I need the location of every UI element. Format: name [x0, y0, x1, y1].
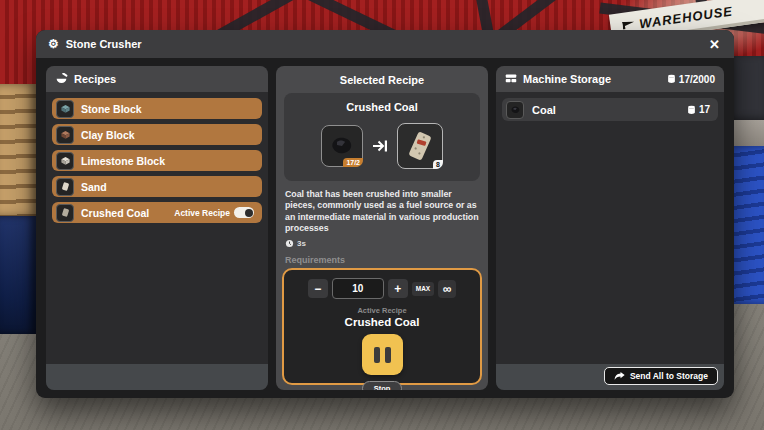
- storage-header: Machine Storage 17/2000: [496, 66, 724, 92]
- recipes-icon: [55, 73, 68, 86]
- active-recipe-caption: Active Recipe: [284, 306, 480, 315]
- recipe-label: Crushed Coal: [81, 207, 149, 219]
- recipe-description: Coal that has been crushed into smaller …: [285, 189, 479, 234]
- active-recipe-name: Crushed Coal: [284, 316, 480, 328]
- recipes-header: Recipes: [46, 66, 268, 92]
- storage-item-name: Coal: [532, 104, 556, 116]
- storage-header-label: Machine Storage: [523, 73, 611, 85]
- requirements-label: Requirements: [285, 255, 479, 265]
- quantity-infinite-button[interactable]: ∞: [438, 280, 456, 298]
- recipe-row-limestone-block[interactable]: Limestone Block: [52, 150, 262, 171]
- dialog-titlebar: ⚙ Stone Crusher ✕: [36, 30, 734, 58]
- pause-button[interactable]: [362, 334, 403, 375]
- storage-item-count: 17: [699, 104, 710, 115]
- send-all-to-storage-button[interactable]: Send All to Storage: [604, 367, 718, 385]
- stack-icon: [687, 105, 696, 115]
- stone-block-icon: [56, 100, 74, 118]
- selected-recipe-panel: Selected Recipe Crushed Coal 17/2: [276, 66, 488, 390]
- gear-icon: ⚙: [48, 38, 59, 50]
- output-item-slot[interactable]: 8: [397, 123, 443, 169]
- active-recipe-toggle[interactable]: [234, 207, 254, 218]
- recipe-label: Clay Block: [81, 129, 135, 141]
- recipe-card-title: Crushed Coal: [284, 101, 480, 113]
- quantity-decrease-button[interactable]: −: [308, 279, 328, 298]
- active-recipe-label: Active Recipe: [174, 208, 230, 218]
- recipes-header-label: Recipes: [74, 73, 116, 85]
- quantity-input[interactable]: [332, 278, 384, 299]
- stack-icon: [667, 74, 676, 84]
- input-item-slot[interactable]: 17/2: [321, 125, 363, 167]
- input-quantity-badge: 17/2: [343, 158, 363, 167]
- send-all-label: Send All to Storage: [630, 371, 708, 381]
- craft-time: 3s: [297, 239, 306, 248]
- recipes-panel-footer: [46, 364, 268, 390]
- recipe-card: Crushed Coal 17/2: [284, 93, 480, 181]
- coal-item-icon: [506, 101, 524, 119]
- pause-icon: [385, 347, 391, 363]
- active-recipe-card: − + MAX ∞ Active Recipe Crushed Coal Sto…: [282, 268, 482, 385]
- output-quantity-badge: 8: [433, 160, 443, 169]
- crushed-coal-bag-icon: [56, 204, 74, 222]
- selected-recipe-header: Selected Recipe: [276, 74, 488, 86]
- storage-capacity: 17/2000: [679, 74, 715, 85]
- stone-crusher-dialog: ⚙ Stone Crusher ✕ Recipes Stone Block: [36, 30, 734, 398]
- clock-icon: [285, 239, 294, 248]
- recipe-label: Sand: [81, 181, 107, 193]
- storage-icon: [505, 73, 517, 85]
- coal-lump-icon: [329, 134, 355, 158]
- dialog-title: Stone Crusher: [66, 38, 142, 50]
- clay-block-icon: [56, 126, 74, 144]
- sand-bag-icon: [56, 178, 74, 196]
- pause-icon: [374, 347, 380, 363]
- recipes-panel: Recipes Stone Block Clay Block: [46, 66, 268, 390]
- limestone-block-icon: [56, 152, 74, 170]
- close-button[interactable]: ✕: [707, 37, 722, 52]
- machine-storage-panel: Machine Storage 17/2000 Coal: [496, 66, 724, 390]
- recipe-row-sand[interactable]: Sand: [52, 176, 262, 197]
- quantity-increase-button[interactable]: +: [388, 279, 408, 298]
- crushed-coal-bag-icon: [408, 131, 432, 161]
- arrow-to-bar-icon: [372, 139, 388, 153]
- recipe-label: Limestone Block: [81, 155, 165, 167]
- quantity-max-button[interactable]: MAX: [412, 282, 434, 296]
- send-icon: [614, 371, 625, 381]
- recipe-row-stone-block[interactable]: Stone Block: [52, 98, 262, 119]
- recipe-row-crushed-coal[interactable]: Crushed Coal Active Recipe: [52, 202, 262, 223]
- stacked-crates: [0, 84, 38, 216]
- stop-button[interactable]: Stop: [362, 381, 403, 390]
- recipe-label: Stone Block: [81, 103, 142, 115]
- blue-rack-left: [0, 216, 36, 334]
- storage-item-row-coal[interactable]: Coal 17: [502, 98, 718, 121]
- recipe-row-clay-block[interactable]: Clay Block: [52, 124, 262, 145]
- warehouse-sign-logo-icon: [622, 20, 635, 30]
